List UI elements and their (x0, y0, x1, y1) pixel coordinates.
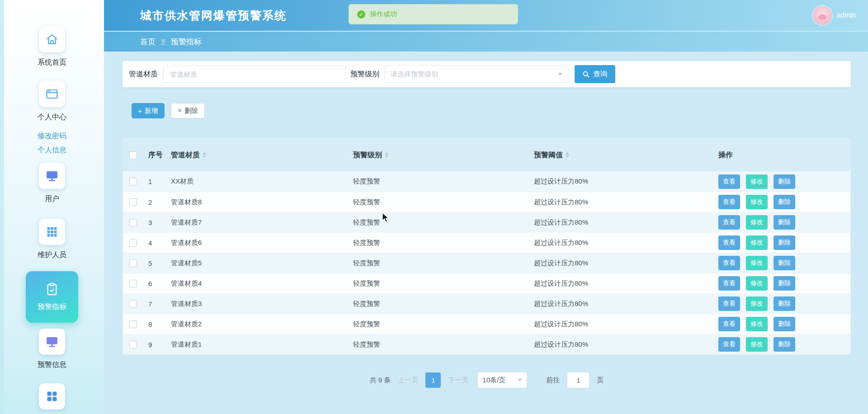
sidebar-item-label: 用户 (45, 194, 59, 204)
edit-button[interactable]: 修改 (746, 235, 768, 250)
row-delete-button[interactable]: 删除 (774, 337, 795, 352)
row-delete-button[interactable]: 删除 (774, 215, 795, 230)
row-checkbox[interactable] (129, 219, 137, 226)
grid-icon (39, 219, 65, 245)
sort-icon[interactable] (385, 152, 388, 158)
breadcrumb-separator-icon: Ξ (161, 38, 165, 46)
cell-actions: 查看 修改 删除 (718, 215, 850, 230)
next-page-button[interactable]: 下一页 (448, 376, 468, 385)
header-threshold[interactable]: 预警阈值 (534, 151, 718, 160)
sidebar-item-users[interactable]: 用户 (0, 163, 104, 204)
sidebar-item-label: 系统首页 (38, 58, 66, 67)
cell-actions: 查看 修改 删除 (718, 296, 850, 311)
sidebar-item-warning-info[interactable]: 预警信息 (0, 329, 104, 370)
sidebar-item-label: 个人中心 (38, 113, 66, 122)
breadcrumb-home[interactable]: 首页 (140, 37, 156, 47)
cell-threshold: 超过设计压力80% (534, 198, 718, 207)
row-checkbox[interactable] (129, 239, 137, 247)
add-button[interactable]: + 新增 (132, 103, 165, 118)
view-button[interactable]: 查看 (718, 317, 740, 331)
edit-button[interactable]: 修改 (746, 195, 768, 209)
sidebar-item-label: 预警指标 (38, 302, 66, 312)
sidebar-item-personal-center[interactable]: 个人中心 (0, 81, 104, 122)
view-button[interactable]: 查看 (718, 174, 740, 189)
prev-page-button[interactable]: 上一页 (398, 376, 418, 385)
table-row: 6 管道材质4 轻度预警 超过设计压力80% 查看 修改 删除 (123, 273, 850, 293)
row-checkbox[interactable] (129, 280, 137, 287)
row-delete-button[interactable]: 删除 (774, 235, 795, 250)
sidebar-link-personal-info[interactable]: 个人信息 (0, 146, 104, 155)
data-table: 序号 管道材质 预警级别 预警阈值 操作 (123, 138, 851, 355)
goto-page-input[interactable] (567, 372, 590, 388)
cell-index: 9 (148, 341, 171, 348)
cell-level: 轻度预警 (353, 340, 534, 349)
cell-material: 管道材质1 (171, 340, 353, 349)
material-input[interactable] (163, 65, 346, 83)
row-delete-button[interactable]: 删除 (774, 174, 795, 189)
row-delete-button[interactable]: 删除 (774, 296, 795, 311)
sidebar-item-label: 维护人员 (38, 250, 66, 260)
username: admin (836, 11, 856, 19)
view-button[interactable]: 查看 (718, 195, 740, 209)
sidebar-item-warning-indicators[interactable]: 预警指标 (26, 271, 78, 323)
sidebar-item-home[interactable]: 系统首页 (0, 26, 104, 67)
view-button[interactable]: 查看 (718, 215, 740, 230)
level-filter-label: 预警级别 (350, 70, 379, 79)
user-menu[interactable]: admin (813, 0, 856, 31)
page-number-button[interactable]: 1 (425, 372, 441, 388)
table-row: 9 管道材质1 轻度预警 超过设计压力80% 查看 修改 删除 (123, 334, 850, 354)
delete-button[interactable]: × 删除 (171, 103, 205, 118)
view-button[interactable]: 查看 (718, 337, 740, 352)
select-all-checkbox[interactable] (129, 151, 137, 159)
pagination: 共 9 条 上一页 1 下一页 10条/页 前往 页 (123, 372, 851, 388)
cell-material: XX材质 (171, 177, 353, 186)
row-checkbox[interactable] (129, 341, 137, 348)
edit-button[interactable]: 修改 (746, 276, 768, 291)
row-delete-button[interactable]: 删除 (774, 256, 795, 270)
view-button[interactable]: 查看 (718, 235, 740, 250)
page-size-select[interactable]: 10条/页 (477, 372, 527, 388)
cell-actions: 查看 修改 删除 (718, 256, 850, 270)
edit-button[interactable]: 修改 (746, 215, 768, 230)
row-checkbox[interactable] (129, 178, 137, 185)
cell-threshold: 超过设计压力80% (534, 300, 718, 308)
row-delete-button[interactable]: 删除 (774, 195, 795, 209)
id-card-icon (39, 81, 65, 107)
sidebar-link-change-password[interactable]: 修改密码 (0, 132, 104, 141)
search-button[interactable]: 查询 (575, 65, 615, 83)
table-body: 1 XX材质 轻度预警 超过设计压力80% 查看 修改 删除 2 管道材质8 轻… (123, 171, 850, 354)
edit-button[interactable]: 修改 (746, 317, 768, 331)
row-checkbox[interactable] (129, 320, 137, 328)
sort-icon[interactable] (566, 152, 569, 158)
sidebar-item-maintenance[interactable]: 维护人员 (0, 219, 104, 260)
avatar[interactable] (813, 6, 832, 25)
row-checkbox[interactable] (129, 198, 137, 206)
cell-material: 管道材质2 (171, 320, 353, 329)
edit-button[interactable]: 修改 (746, 256, 768, 270)
view-button[interactable]: 查看 (718, 256, 740, 270)
row-delete-button[interactable]: 删除 (774, 317, 795, 331)
sort-icon[interactable] (203, 152, 206, 158)
level-select[interactable]: 请选择预警级别 (385, 65, 568, 83)
breadcrumb-current: 预警指标 (171, 37, 202, 47)
view-button[interactable]: 查看 (718, 276, 740, 291)
edit-button[interactable]: 修改 (746, 174, 768, 189)
row-checkbox[interactable] (129, 259, 137, 267)
level-select-placeholder: 请选择预警级别 (391, 70, 438, 79)
toolbar: + 新增 × 删除 (123, 103, 851, 118)
view-button[interactable]: 查看 (718, 296, 740, 311)
header-index: 序号 (148, 151, 171, 160)
row-checkbox[interactable] (129, 300, 137, 308)
sidebar-item-dashboard[interactable] (0, 383, 104, 409)
edit-button[interactable]: 修改 (746, 337, 768, 352)
cell-actions: 查看 修改 删除 (718, 276, 850, 291)
cell-level: 轻度预警 (353, 218, 534, 227)
chevron-down-icon (558, 73, 562, 75)
row-delete-button[interactable]: 删除 (774, 276, 795, 291)
cell-material: 管道材质4 (171, 279, 353, 288)
cell-level: 轻度预警 (353, 239, 534, 247)
header-level[interactable]: 预警级别 (353, 151, 534, 160)
cell-index: 8 (148, 320, 171, 328)
edit-button[interactable]: 修改 (746, 296, 768, 311)
header-material[interactable]: 管道材质 (171, 151, 353, 160)
